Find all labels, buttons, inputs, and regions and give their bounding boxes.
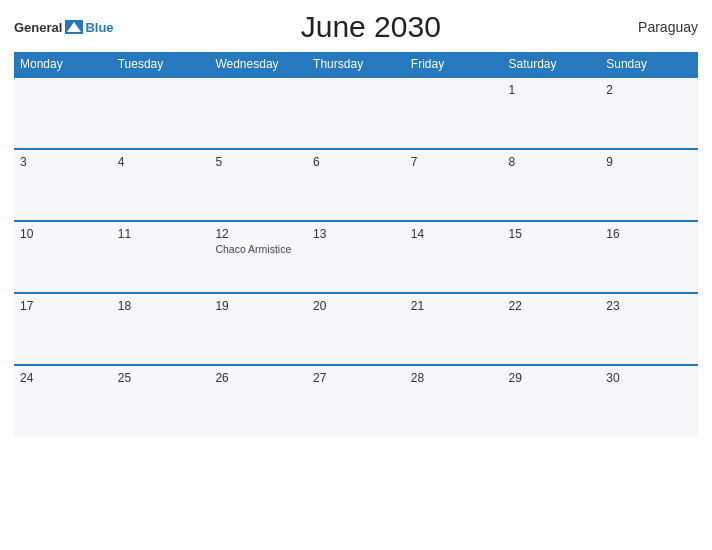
day-number: 27 [313,371,399,385]
calendar-week-row: 101112Chaco Armistice13141516 [14,221,698,293]
day-number: 13 [313,227,399,241]
calendar-week-row: 3456789 [14,149,698,221]
calendar-day-cell: 6 [307,149,405,221]
day-number: 30 [606,371,692,385]
calendar-day-cell: 14 [405,221,503,293]
day-number: 22 [509,299,595,313]
day-number: 18 [118,299,204,313]
day-number: 10 [20,227,106,241]
calendar-week-row: 24252627282930 [14,365,698,437]
calendar-day-cell: 13 [307,221,405,293]
country-label: Paraguay [628,19,698,35]
day-number: 3 [20,155,106,169]
calendar-day-cell: 3 [14,149,112,221]
day-number: 5 [215,155,301,169]
calendar-day-cell: 1 [503,77,601,149]
day-number: 2 [606,83,692,97]
day-number: 23 [606,299,692,313]
event-label: Chaco Armistice [215,243,301,255]
weekday-header-tuesday: Tuesday [112,52,210,77]
logo-blue-text: Blue [85,21,113,34]
weekday-header-friday: Friday [405,52,503,77]
calendar-container: General Blue June 2030 Paraguay MondayTu… [0,0,712,550]
day-number: 28 [411,371,497,385]
calendar-day-cell [209,77,307,149]
day-number: 17 [20,299,106,313]
calendar-day-cell: 24 [14,365,112,437]
day-number: 26 [215,371,301,385]
day-number: 19 [215,299,301,313]
day-number: 1 [509,83,595,97]
day-number: 4 [118,155,204,169]
calendar-day-cell: 9 [600,149,698,221]
calendar-day-cell: 29 [503,365,601,437]
calendar-day-cell: 26 [209,365,307,437]
day-number: 9 [606,155,692,169]
calendar-day-cell: 18 [112,293,210,365]
header-row: General Blue June 2030 Paraguay [14,10,698,44]
weekday-header-row: MondayTuesdayWednesdayThursdayFridaySatu… [14,52,698,77]
day-number: 16 [606,227,692,241]
calendar-day-cell [307,77,405,149]
calendar-day-cell: 4 [112,149,210,221]
weekday-header-wednesday: Wednesday [209,52,307,77]
calendar-day-cell: 16 [600,221,698,293]
day-number: 21 [411,299,497,313]
calendar-day-cell: 22 [503,293,601,365]
calendar-title: June 2030 [114,10,628,44]
day-number: 7 [411,155,497,169]
calendar-day-cell: 30 [600,365,698,437]
calendar-day-cell: 7 [405,149,503,221]
day-number: 14 [411,227,497,241]
day-number: 6 [313,155,399,169]
calendar-day-cell: 15 [503,221,601,293]
logo-general-text: General [14,21,62,34]
weekday-header-sunday: Sunday [600,52,698,77]
calendar-day-cell: 11 [112,221,210,293]
calendar-day-cell: 10 [14,221,112,293]
logo-flag-icon [65,20,83,34]
calendar-day-cell: 21 [405,293,503,365]
calendar-day-cell: 20 [307,293,405,365]
day-number: 15 [509,227,595,241]
day-number: 29 [509,371,595,385]
calendar-day-cell: 5 [209,149,307,221]
day-number: 25 [118,371,204,385]
calendar-table: MondayTuesdayWednesdayThursdayFridaySatu… [14,52,698,437]
logo: General Blue [14,20,114,34]
calendar-day-cell [112,77,210,149]
calendar-day-cell [14,77,112,149]
day-number: 8 [509,155,595,169]
calendar-week-row: 17181920212223 [14,293,698,365]
day-number: 12 [215,227,301,241]
calendar-day-cell: 27 [307,365,405,437]
weekday-header-thursday: Thursday [307,52,405,77]
calendar-day-cell [405,77,503,149]
calendar-week-row: 12 [14,77,698,149]
weekday-header-saturday: Saturday [503,52,601,77]
weekday-header-monday: Monday [14,52,112,77]
calendar-day-cell: 25 [112,365,210,437]
day-number: 24 [20,371,106,385]
calendar-day-cell: 8 [503,149,601,221]
calendar-day-cell: 2 [600,77,698,149]
calendar-day-cell: 17 [14,293,112,365]
day-number: 11 [118,227,204,241]
calendar-day-cell: 12Chaco Armistice [209,221,307,293]
calendar-day-cell: 23 [600,293,698,365]
calendar-day-cell: 19 [209,293,307,365]
calendar-day-cell: 28 [405,365,503,437]
day-number: 20 [313,299,399,313]
